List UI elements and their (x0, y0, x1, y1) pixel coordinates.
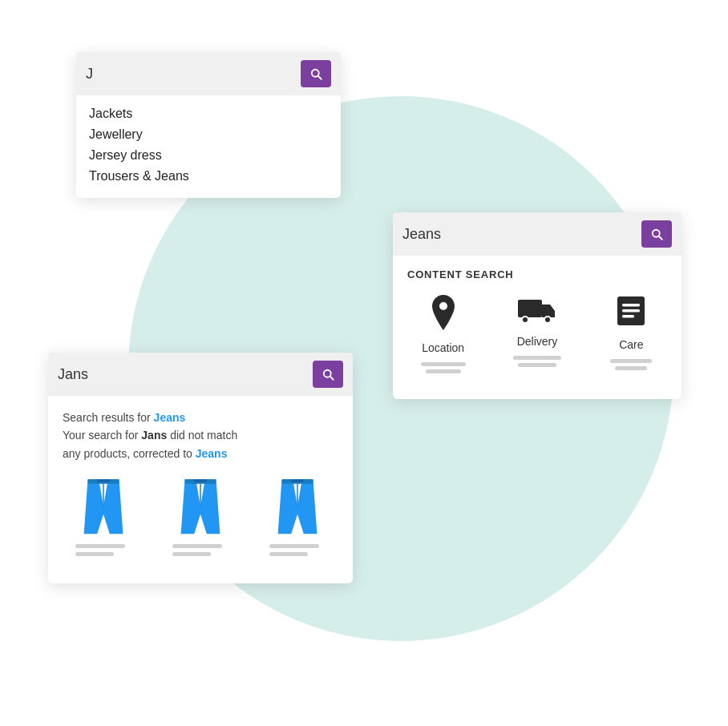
product-line (75, 552, 114, 556)
location-icon (427, 293, 460, 337)
autocomplete-item[interactable]: Jackets (89, 107, 328, 121)
search-icon (321, 367, 335, 381)
product-row (63, 475, 338, 556)
product-line (75, 544, 125, 548)
autocomplete-item[interactable]: Jersey dress (89, 148, 328, 163)
product-item[interactable] (256, 475, 338, 556)
product-line (269, 552, 308, 556)
location-label: Location (422, 341, 464, 354)
line (615, 366, 647, 370)
line (426, 369, 461, 373)
fuzzy-line2-suffix: did not match (167, 429, 237, 442)
scene: Jackets Jewellery Jersey dress Trousers … (0, 0, 728, 726)
product-item[interactable] (160, 475, 242, 556)
fuzzy-misspelled-term: Jans (141, 429, 167, 442)
card-autocomplete: Jackets Jewellery Jersey dress Trousers … (76, 52, 341, 198)
delivery-label: Delivery (517, 335, 558, 348)
line (421, 362, 466, 366)
fuzzy-line1-prefix: Search results for (63, 411, 154, 424)
autocomplete-list: Jackets Jewellery Jersey dress Trousers … (76, 95, 341, 198)
location-lines (407, 362, 479, 373)
svg-rect-9 (98, 479, 111, 482)
content-search-bar (393, 212, 681, 256)
fuzzy-line2-prefix: Your search for (63, 429, 141, 442)
autocomplete-item[interactable]: Jewellery (89, 127, 328, 142)
content-search-button[interactable] (641, 220, 672, 248)
fuzzy-result-text: Search results for Jeans Your search for… (63, 409, 338, 462)
svg-rect-5 (622, 309, 640, 313)
autocomplete-search-input[interactable] (86, 66, 294, 83)
fuzzy-corrected-term: Jeans (196, 447, 228, 460)
line (610, 359, 652, 363)
fuzzy-search-input[interactable] (58, 366, 306, 383)
product-line (172, 552, 211, 556)
line (513, 356, 561, 360)
content-search-body: CONTENT SEARCH Location (393, 256, 681, 399)
content-search-icons-row: Location (407, 293, 667, 373)
content-search-input[interactable] (402, 226, 635, 243)
delivery-icon (516, 293, 558, 330)
fuzzy-body: Search results for Jeans Your search for… (48, 396, 353, 583)
card-fuzzy-search: Search results for Jeans Your search for… (48, 353, 353, 583)
search-icon (309, 67, 323, 81)
content-search-delivery-item[interactable]: Delivery (501, 293, 572, 367)
fuzzy-line1-term: Jeans (154, 411, 186, 424)
content-search-title: CONTENT SEARCH (407, 268, 667, 280)
content-search-location-item[interactable]: Location (407, 293, 479, 373)
jeans-icon (273, 475, 322, 538)
svg-rect-12 (194, 479, 207, 482)
autocomplete-search-bar (76, 52, 341, 95)
line (518, 363, 556, 367)
care-label: Care (619, 338, 643, 351)
product-line (172, 544, 222, 548)
product-line (269, 544, 319, 548)
autocomplete-search-button[interactable] (301, 60, 331, 87)
svg-point-1 (522, 317, 528, 323)
jeans-icon (176, 475, 224, 538)
fuzzy-search-bar (48, 353, 353, 396)
svg-rect-15 (291, 479, 304, 482)
search-icon (649, 227, 664, 241)
care-lines (596, 359, 667, 370)
product-item[interactable] (63, 475, 145, 556)
product-lines (75, 544, 131, 556)
card-content-search: CONTENT SEARCH Location (393, 212, 681, 399)
svg-rect-6 (622, 315, 634, 318)
fuzzy-search-button[interactable] (313, 361, 343, 388)
product-lines (172, 544, 229, 556)
care-icon (614, 293, 648, 333)
svg-point-2 (544, 317, 551, 323)
product-lines (269, 544, 326, 556)
fuzzy-line3-prefix: any products, corrected to (63, 447, 196, 460)
delivery-lines (501, 356, 572, 367)
content-search-care-item[interactable]: Care (596, 293, 667, 370)
svg-rect-4 (622, 304, 640, 307)
jeans-icon (79, 475, 127, 538)
autocomplete-item[interactable]: Trousers & Jeans (89, 169, 328, 184)
svg-rect-0 (518, 300, 542, 317)
